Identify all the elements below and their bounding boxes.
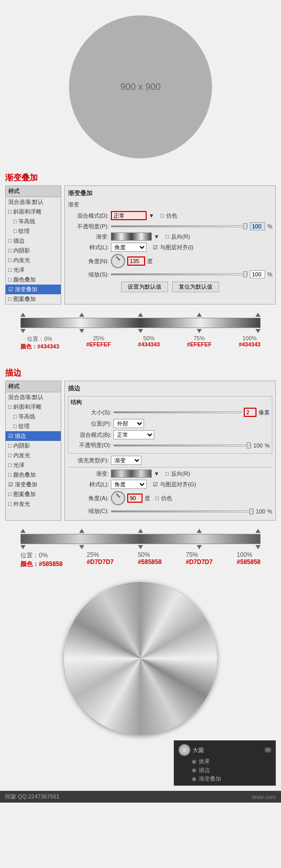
- sidebar-item-texture[interactable]: □ 纹理: [6, 226, 61, 236]
- sidebar-item-color-overlay[interactable]: □ 颜色叠加: [6, 275, 61, 285]
- stroke-stop-75-color: #D7D7D7: [185, 558, 213, 566]
- style-row: 样式(L): 角度 ☑ 与图层对齐(I): [68, 243, 272, 252]
- stroke-position-select[interactable]: 外部: [113, 419, 144, 428]
- stroke-style-label: 样式(L):: [68, 481, 109, 488]
- sidebar-stroke-texture[interactable]: □ 纹理: [6, 421, 61, 431]
- sidebar-item-satin[interactable]: □ 光泽: [6, 265, 61, 275]
- handle-top-75[interactable]: [197, 313, 202, 317]
- sidebar-stroke-inner-glow[interactable]: □ 内发光: [6, 451, 61, 460]
- handle-bot-100[interactable]: [255, 329, 261, 333]
- stroke-angle-row: 角度(A): 度 □ 仿色: [68, 491, 272, 505]
- stroke-gradient-swatch[interactable]: [111, 470, 152, 478]
- handle-bot-75[interactable]: [197, 329, 202, 333]
- stroke-handle-top-100[interactable]: [255, 529, 261, 533]
- layer-effect-gradient[interactable]: ◉ 渐变叠加: [192, 775, 273, 783]
- handle-bot-25[interactable]: [79, 329, 84, 333]
- stroke-panel-title: 描边: [68, 384, 272, 393]
- stroke-scale-unit: %: [267, 508, 272, 514]
- sidebar-stroke-color-overlay[interactable]: □ 颜色叠加: [6, 470, 61, 480]
- gradient-swatch[interactable]: [111, 232, 152, 241]
- gradient-effect-label: 渐变叠加: [199, 775, 221, 783]
- stroke-size-slider[interactable]: [113, 411, 242, 413]
- stroke-opacity-unit: %: [265, 442, 270, 449]
- fill-type-row: 填充类型(F): 渐变: [68, 456, 272, 465]
- blend-mode-input[interactable]: [111, 211, 147, 220]
- stroke-scale-thumb[interactable]: [249, 508, 253, 514]
- gradient-bar-stroke-section: 位置：0% 颜色：#585858 25% #D7D7D7 50% #585858…: [0, 526, 281, 572]
- sidebar-item-inner-glow[interactable]: □ 内发光: [6, 255, 61, 265]
- stroke-size-label: 大小(S):: [71, 409, 111, 416]
- sidebar-item-inner-shadow[interactable]: □ 内阴影: [6, 246, 61, 255]
- stroke-position-row: 位置(P): 外部: [71, 419, 270, 428]
- stroke-handle-bot-50[interactable]: [138, 545, 143, 549]
- gradient-bar-main[interactable]: [20, 318, 261, 328]
- sidebar-stroke-stroke[interactable]: ☑ 描边: [6, 431, 61, 441]
- reset-default-btn[interactable]: 复位为默认值: [172, 281, 219, 292]
- gradient-bar-outer: [20, 313, 261, 333]
- sidebar-stroke-blend[interactable]: 混合选项:默认: [6, 392, 61, 402]
- sidebar-stroke-gradient-overlay[interactable]: ☑ 渐变叠加: [6, 480, 61, 489]
- angle-input[interactable]: [127, 256, 145, 266]
- stroke-handle-top-0[interactable]: [20, 529, 26, 533]
- top-handles: [20, 313, 261, 317]
- sidebar-stroke-contour[interactable]: □ 等高线: [6, 412, 61, 421]
- gradient-dropdown[interactable]: ▼: [154, 233, 159, 240]
- opacity-unit: %: [267, 223, 272, 229]
- fill-type-select[interactable]: 渐变: [111, 456, 142, 465]
- stroke-handle-bot-75[interactable]: [197, 545, 202, 549]
- handle-top-0[interactable]: [20, 313, 26, 317]
- stroke-gradient-bar-main[interactable]: [20, 534, 261, 544]
- handle-top-25[interactable]: [79, 313, 84, 317]
- stroke-handle-top-75[interactable]: [197, 529, 202, 533]
- sidebar-stroke-outer-glow[interactable]: □ 外发光: [6, 499, 61, 509]
- stroke-blend-label: 混合模式(B):: [71, 431, 111, 439]
- handle-bot-50[interactable]: [138, 329, 143, 333]
- handle-top-100[interactable]: [255, 313, 261, 317]
- sidebar-item-blend-options[interactable]: 混合选项:默认: [6, 197, 61, 207]
- stroke-style-select[interactable]: 角度: [111, 480, 147, 489]
- sidebar-item-pattern-overlay[interactable]: □ 图案叠加: [6, 294, 61, 304]
- stroke-angle-dial[interactable]: [111, 491, 125, 505]
- sidebar-item-contour[interactable]: □ 等高线: [6, 217, 61, 226]
- sidebar-item-stroke[interactable]: □ 描边: [6, 236, 61, 246]
- stroke-stop-75: 75% #D7D7D7: [185, 551, 213, 569]
- stroke-blend-select[interactable]: 正常: [113, 430, 154, 439]
- blend-mode-dropdown-icon[interactable]: ▼: [149, 213, 154, 219]
- stroke-reverse-label: 反向(R): [171, 470, 190, 478]
- sidebar-item-bevel[interactable]: □ 斜面和浮雕: [6, 207, 61, 217]
- stroke-gradient-dropdown[interactable]: ▼: [154, 471, 159, 477]
- stroke-scale-slider[interactable]: [111, 510, 254, 512]
- stroke-stop-0-pct: 位置：0%: [20, 551, 63, 560]
- handle-top-50[interactable]: [138, 313, 143, 317]
- sidebar-stroke-pattern-overlay[interactable]: □ 图案叠加: [6, 489, 61, 499]
- opacity-slider[interactable]: [111, 225, 248, 227]
- stroke-structure-group: 结构 大小(S): 像素 位置(P): 外部 混合模式(B): 正常: [68, 396, 272, 454]
- scale-slider[interactable]: [111, 273, 248, 275]
- layer-item-main[interactable]: 大圆 fx: [176, 743, 273, 757]
- opacity-input[interactable]: [250, 222, 265, 230]
- angle-row: 角度(N): 度: [68, 254, 272, 268]
- sidebar-stroke-inner-shadow[interactable]: □ 内阴影: [6, 441, 61, 451]
- divider-stroke: [68, 467, 272, 467]
- scale-input[interactable]: [250, 270, 265, 278]
- handle-bot-0[interactable]: [20, 329, 26, 333]
- stroke-handle-bot-100[interactable]: [255, 545, 261, 549]
- stroke-opacity-thumb[interactable]: [247, 442, 251, 449]
- stroke-handle-top-25[interactable]: [79, 529, 84, 533]
- stroke-handle-bot-25[interactable]: [79, 545, 84, 549]
- sidebar-stroke-bevel[interactable]: □ 斜面和浮雕: [6, 402, 61, 412]
- sidebar-stroke-satin[interactable]: □ 光泽: [6, 460, 61, 470]
- scale-thumb[interactable]: [243, 271, 247, 277]
- opacity-thumb[interactable]: [243, 223, 247, 229]
- stroke-handle-bot-0[interactable]: [20, 545, 26, 549]
- stroke-angle-input[interactable]: [127, 494, 143, 503]
- stroke-opacity-slider[interactable]: [113, 444, 251, 447]
- layer-effect-stroke[interactable]: ◉ 描边: [192, 766, 273, 775]
- sidebar-item-gradient-overlay[interactable]: ☑ 渐变叠加: [6, 285, 61, 294]
- style-select[interactable]: 角度: [111, 243, 147, 252]
- stroke-handle-top-50[interactable]: [138, 529, 143, 533]
- angle-dial[interactable]: [111, 254, 125, 268]
- stop-25-color: #EFEFEF: [86, 341, 111, 347]
- stroke-size-input[interactable]: [244, 408, 256, 417]
- set-default-btn[interactable]: 设置为默认值: [121, 281, 168, 292]
